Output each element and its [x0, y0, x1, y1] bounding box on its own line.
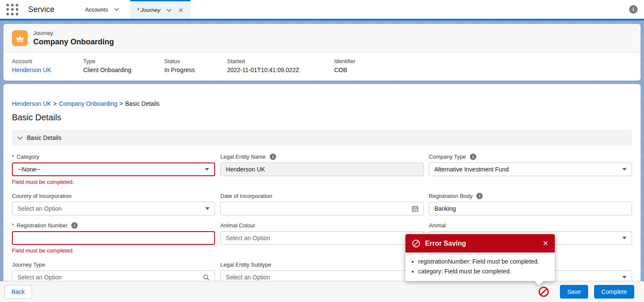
- chevron-down-icon: [622, 237, 627, 239]
- chevron-down-icon: [205, 207, 210, 210]
- tab-journey-active[interactable]: * Journey ✕: [130, 0, 190, 19]
- section-title: Basic Details: [27, 134, 61, 141]
- company-type-select[interactable]: Alternative Investment Fund: [429, 163, 632, 176]
- field-journey-type: Journey Type Select an Option: [12, 261, 215, 284]
- highlight-account: Account Henderson UK: [12, 58, 83, 73]
- chevron-down-icon: [205, 168, 209, 171]
- tab-label: * Journey: [137, 7, 160, 13]
- registration-number-error-text: Field must be completed.: [12, 247, 215, 255]
- app-name: Service: [28, 5, 54, 14]
- global-nav: Service Accounts * Journey ✕ i: [0, 0, 644, 20]
- category-select[interactable]: --None--: [12, 163, 215, 176]
- breadcrumb-company-onboarding[interactable]: Company Onboarding: [59, 100, 117, 107]
- calendar-icon[interactable]: [412, 206, 418, 212]
- error-saving-popover: Error Saving ✕ registrationNumber: Field…: [405, 234, 555, 281]
- info-icon[interactable]: i: [476, 193, 483, 199]
- field-animal-colour: Animal Colour Select an Option: [220, 222, 423, 255]
- error-item: registrationNumber: Field must be comple…: [418, 258, 549, 265]
- error-ban-icon[interactable]: [538, 286, 549, 297]
- field-date-of-incorporation: Date of Incorporation: [220, 192, 423, 215]
- registration-number-input[interactable]: [12, 231, 215, 245]
- highlights-panel: Account Henderson UK Type Client Onboard…: [3, 52, 641, 81]
- action-footer: Back Save Complete: [0, 281, 644, 302]
- registration-body-input[interactable]: Banking: [429, 202, 632, 215]
- highlight-identifier: Identifier COB: [334, 58, 364, 73]
- date-of-incorporation-input[interactable]: [220, 202, 423, 215]
- record-header: Journey Company Onboarding Account Hende…: [3, 24, 641, 81]
- page-title: Basic Details: [12, 113, 635, 122]
- required-asterisk: *: [12, 222, 14, 229]
- field-registration-number: *Registration Numberi Field must be comp…: [12, 222, 215, 255]
- chevron-down-icon: [17, 136, 23, 140]
- error-list: registrationNumber: Field must be comple…: [418, 258, 549, 275]
- back-button[interactable]: Back: [4, 285, 32, 299]
- info-icon[interactable]: i: [71, 222, 78, 229]
- ban-icon: [412, 239, 420, 248]
- search-icon: [203, 274, 210, 281]
- highlight-started: Started 2022-11-01T10:41:09.022Z: [227, 58, 334, 73]
- field-registration-body: Registration Bodyi Banking: [429, 192, 632, 215]
- entity-label: Journey: [33, 30, 114, 36]
- required-asterisk: *: [12, 154, 14, 160]
- app-launcher-icon[interactable]: [6, 4, 19, 16]
- close-icon[interactable]: ✕: [543, 239, 548, 247]
- tab-label: Accounts: [85, 6, 108, 13]
- save-button[interactable]: Save: [560, 285, 588, 299]
- journey-crown-icon: [12, 30, 28, 46]
- category-error-text: Field must be completed.: [12, 179, 215, 186]
- close-tab-icon[interactable]: ✕: [178, 7, 184, 14]
- breadcrumb-current: Basic Details: [125, 100, 160, 107]
- field-legal-entity-name: Legal Entity Namei Henderson UK: [220, 153, 423, 186]
- country-of-incorporation-select[interactable]: Select an Option: [12, 202, 215, 215]
- breadcrumb: Henderson UK>Company Onboarding>Basic De…: [12, 100, 635, 107]
- chevron-down-icon: [622, 276, 627, 279]
- record-title: Company Onboarding: [33, 38, 114, 46]
- error-item: category: Field must be completed.: [418, 268, 549, 275]
- complete-button[interactable]: Complete: [594, 285, 634, 299]
- info-icon[interactable]: i: [470, 154, 476, 160]
- field-legal-entity-subtype: Legal Entity Subtype Select an Option: [220, 261, 423, 284]
- animal-colour-select[interactable]: Select an Option: [220, 231, 423, 245]
- legal-entity-name-input: Henderson UK: [220, 163, 423, 176]
- popover-title: Error Saving: [425, 240, 543, 247]
- account-link[interactable]: Henderson UK: [12, 67, 51, 73]
- highlight-type: Type Client Onboarding: [83, 58, 164, 73]
- info-icon[interactable]: i: [629, 5, 638, 14]
- chevron-down-icon: [622, 168, 627, 171]
- section-basic-details[interactable]: Basic Details: [12, 130, 632, 145]
- chevron-down-icon[interactable]: [166, 9, 172, 12]
- field-company-type: Company Typei Alternative Investment Fun…: [429, 153, 632, 186]
- field-country-of-incorporation: Country of Incorporation Select an Optio…: [12, 192, 215, 215]
- breadcrumb-henderson-uk[interactable]: Henderson UK: [12, 100, 51, 107]
- field-category: *Category --None-- Field must be complet…: [12, 153, 215, 186]
- highlight-status: Status In Progress: [164, 58, 227, 73]
- chevron-down-icon: [114, 8, 119, 11]
- info-icon[interactable]: i: [270, 154, 276, 160]
- tab-accounts[interactable]: Accounts: [79, 0, 125, 19]
